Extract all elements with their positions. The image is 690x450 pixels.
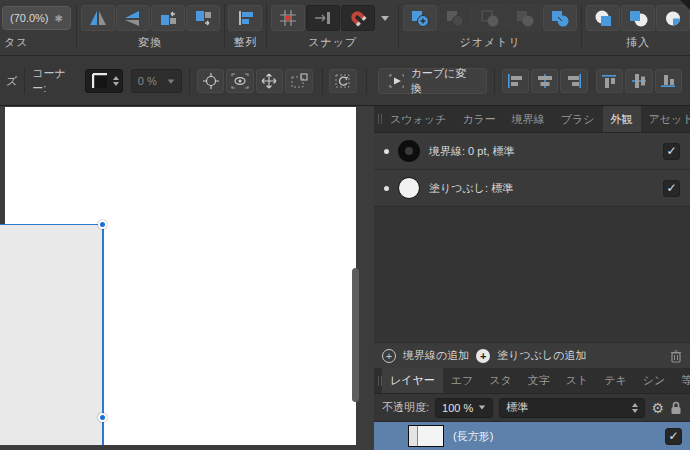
flip-horizontal-icon (88, 9, 108, 27)
snap-to-edge-button[interactable] (306, 5, 340, 31)
zoom-level-field[interactable]: (70.0%) ✱ (2, 6, 71, 30)
tab-isometric[interactable]: 等角 (673, 368, 690, 393)
canvas-viewport[interactable] (0, 106, 374, 450)
opacity-dropdown[interactable]: 100 % (435, 398, 493, 418)
insert-behind-button[interactable] (586, 5, 620, 31)
toolbar-group-status: (70.0%) ✱ タス (0, 4, 72, 50)
align-center-horizontal-icon (536, 73, 554, 89)
corner-style-dropdown[interactable] (85, 69, 123, 93)
toolbar-label-align: 整列 (228, 35, 262, 50)
toolbar-separator (398, 4, 399, 48)
tab-text[interactable]: テキ (596, 368, 635, 393)
tab-swatches[interactable]: スウォッチ (382, 106, 454, 132)
stroke-swatch-icon[interactable] (398, 140, 420, 162)
layer-visibility-checkbox[interactable]: ✓ (665, 428, 682, 445)
toolbar-separator (494, 68, 495, 94)
stepper-arrows-icon[interactable] (113, 76, 119, 86)
flip-horizontal-button[interactable] (81, 5, 115, 31)
geometry-add-button[interactable] (403, 5, 437, 31)
insert-inside-icon (663, 9, 683, 28)
geometry-xor-button[interactable] (543, 5, 577, 31)
show-origin-button[interactable] (197, 69, 224, 93)
alignment-button[interactable] (228, 5, 262, 31)
convert-to-curves-label: カーブに変換 (410, 66, 475, 96)
insert-in-front-button[interactable] (621, 5, 655, 31)
corner-radius-dropdown[interactable]: 0 % (131, 69, 182, 93)
corner-style-icon (92, 73, 108, 89)
tab-styles[interactable]: スタ (481, 368, 520, 393)
geometry-subtract-icon (445, 9, 465, 28)
toolbar-group-snap: スナップ (271, 4, 394, 50)
transform-objects-button[interactable] (285, 69, 312, 93)
add-stroke-button[interactable]: 境界線の追加 (403, 348, 469, 363)
rotate-cw-button[interactable] (186, 5, 220, 31)
toolbar-group-align: 整列 (228, 4, 262, 50)
tab-character[interactable]: 文字 (520, 368, 558, 393)
convert-to-curves-icon (389, 74, 405, 88)
size-label-truncated: ズ (6, 74, 17, 89)
align-center-horizontal-button[interactable] (531, 69, 558, 93)
bullet-icon (384, 186, 389, 191)
rotate-selection-box-button[interactable] (329, 69, 356, 93)
appearance-panel-footer: + 境界線の追加 + 塗りつぶしの追加 (374, 342, 690, 368)
flip-vertical-button[interactable] (116, 5, 150, 31)
toolbar-label-transform: 変換 (81, 35, 220, 50)
rotate-ccw-button[interactable] (151, 5, 185, 31)
align-top-icon (600, 73, 618, 89)
tab-stroke[interactable]: 境界線 (504, 106, 553, 132)
gear-icon[interactable]: ⚙ (651, 401, 664, 415)
tab-assets[interactable]: アセット (641, 106, 690, 132)
tab-layers[interactable]: レイヤー (382, 368, 443, 393)
blend-mode-dropdown[interactable]: 標準 (499, 398, 645, 418)
align-bottom-button[interactable] (655, 69, 682, 93)
stroke-visibility-checkbox[interactable]: ✓ (663, 143, 680, 160)
selection-handle-top-right[interactable] (98, 220, 107, 229)
fill-swatch-icon[interactable] (398, 177, 420, 199)
snapping-options-dropdown[interactable] (376, 5, 394, 31)
tab-color[interactable]: カラー (454, 106, 504, 132)
layer-row-rectangle[interactable]: (長方形) ✓ (374, 422, 690, 450)
snap-to-edge-icon (313, 10, 333, 26)
appearance-row-fill[interactable]: 塗りつぶし: 標準 ✓ (374, 170, 690, 207)
snap-grid-button[interactable] (271, 5, 305, 31)
toolbar-label-snap: スナップ (271, 35, 394, 50)
align-center-vertical-button[interactable] (625, 69, 652, 93)
tab-stroke2[interactable]: スト (558, 368, 597, 393)
toolbar-separator (581, 4, 582, 48)
selection-handle-right-middle[interactable] (98, 413, 107, 422)
selected-rectangle-shape[interactable] (0, 224, 104, 445)
trash-icon[interactable] (670, 349, 682, 363)
fill-visibility-checkbox[interactable]: ✓ (663, 180, 680, 197)
layer-thumbnail[interactable] (408, 425, 444, 447)
lock-icon[interactable] (670, 401, 682, 415)
magnet-icon (348, 9, 368, 27)
geometry-intersect-button[interactable] (473, 5, 507, 31)
cycle-selection-box-button[interactable] (226, 69, 253, 93)
tab-symbols[interactable]: シン (635, 368, 674, 393)
convert-to-curves-button[interactable]: カーブに変換 (378, 68, 487, 94)
canvas-vertical-scrollbar[interactable] (352, 268, 359, 402)
align-left-button[interactable] (502, 69, 529, 93)
add-stroke-plus-icon[interactable]: + (382, 349, 396, 363)
add-fill-plus-icon[interactable]: + (476, 349, 490, 363)
toolbar-group-geometry: ジオメトリ (403, 4, 577, 50)
align-top-button[interactable] (596, 69, 623, 93)
move-arrows-icon (260, 73, 278, 89)
context-toolbar: ズ コーナー: 0 % (0, 57, 690, 106)
move-anchor-button[interactable] (256, 69, 283, 93)
align-center-vertical-icon (630, 73, 648, 89)
geometry-divide-button[interactable] (508, 5, 542, 31)
panel-drag-grip[interactable] (374, 106, 382, 132)
add-fill-button[interactable]: 塗りつぶしの追加 (497, 348, 586, 363)
align-right-button[interactable] (560, 69, 587, 93)
geometry-subtract-button[interactable] (438, 5, 472, 31)
panel-drag-grip[interactable] (374, 368, 382, 393)
window-corner-notch (680, 0, 690, 10)
main-toolbar: (70.0%) ✱ タス (0, 0, 690, 56)
snapping-toggle-button[interactable] (341, 5, 375, 31)
tab-appearance[interactable]: 外観 (603, 106, 641, 132)
appearance-row-stroke[interactable]: 境界線: 0 pt, 標準 ✓ (374, 133, 690, 170)
tab-brushes[interactable]: ブラシ (553, 106, 603, 132)
tab-effects[interactable]: エフ (443, 368, 482, 393)
geometry-intersect-icon (480, 9, 500, 28)
